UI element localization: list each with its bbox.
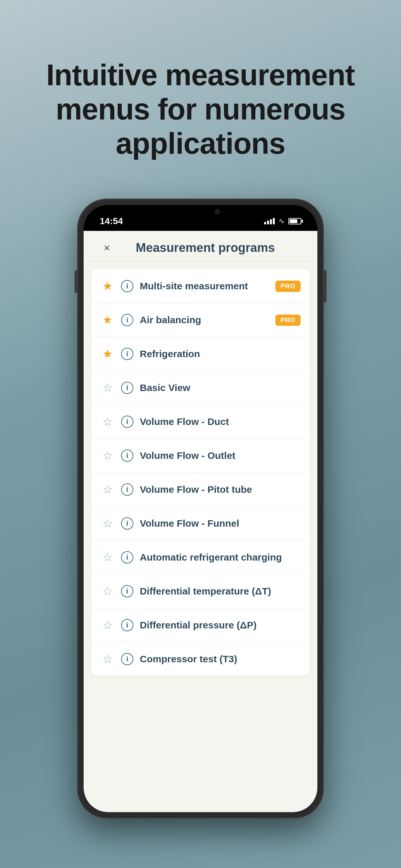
info-icon[interactable]: i [121, 280, 133, 292]
list-item[interactable]: ☆iVolume Flow - Funnel [91, 507, 310, 540]
list-item[interactable]: ★iRefrigeration [91, 337, 310, 371]
star-icon[interactable]: ☆ [100, 550, 115, 564]
star-icon[interactable]: ☆ [100, 652, 115, 666]
star-icon[interactable]: ☆ [100, 381, 115, 395]
menu-item-label: Differential temperature (ΔT) [140, 586, 301, 597]
menu-item-label: Refrigeration [140, 348, 301, 360]
info-icon[interactable]: i [121, 653, 133, 665]
menu-item-label: Air balancing [140, 314, 269, 326]
pro-badge: PRO [275, 314, 301, 326]
menu-item-label: Multi-site measurement [140, 281, 269, 291]
signal-icon [264, 218, 275, 224]
phone-outer: 14:54 ∿ × [78, 199, 323, 818]
star-icon[interactable]: ☆ [100, 448, 115, 463]
app-screen: × Measurement programs ★iMulti-site meas… [84, 231, 317, 812]
list-item[interactable]: ☆iDifferential temperature (ΔT) [91, 575, 310, 609]
info-icon[interactable]: i [121, 585, 133, 597]
star-icon[interactable]: ☆ [100, 618, 115, 632]
hero-title: Intuitive measurement menus for numerous… [26, 58, 375, 160]
menu-item-label: Volume Flow - Outlet [140, 450, 301, 461]
list-item[interactable]: ☆iDifferential pressure (ΔP) [91, 609, 310, 642]
star-icon[interactable]: ☆ [100, 584, 115, 598]
info-icon[interactable]: i [121, 619, 133, 631]
info-icon[interactable]: i [121, 517, 133, 530]
list-item[interactable]: ☆iBasic View [91, 371, 310, 405]
star-icon[interactable]: ★ [100, 279, 115, 293]
battery-icon [288, 218, 301, 224]
app-header-title: Measurement programs [124, 241, 287, 255]
info-icon[interactable]: i [121, 484, 133, 496]
info-icon[interactable]: i [121, 382, 133, 394]
star-icon[interactable]: ★ [100, 347, 115, 361]
list-item[interactable]: ☆iVolume Flow - Pitot tube [91, 473, 310, 507]
close-button[interactable]: × [100, 241, 114, 255]
menu-item-label: Basic View [140, 382, 301, 393]
phone-inner: 14:54 ∿ × [84, 205, 317, 812]
list-item[interactable]: ☆iVolume Flow - Outlet [91, 439, 310, 473]
list-item[interactable]: ★iMulti-site measurementPRO [91, 269, 310, 303]
info-icon[interactable]: i [121, 551, 133, 563]
menu-item-label: Automatic refrigerant charging [140, 552, 301, 563]
list-item[interactable]: ☆iCompressor test (T3) [91, 642, 310, 676]
notch [168, 205, 233, 219]
hero-section: Intuitive measurement menus for numerous… [0, 0, 401, 180]
star-icon[interactable]: ☆ [100, 483, 115, 497]
list-item[interactable]: ☆iAutomatic refrigerant charging [91, 540, 310, 575]
info-icon[interactable]: i [121, 348, 133, 360]
camera-icon [215, 209, 220, 214]
app-header: × Measurement programs [84, 231, 317, 261]
wifi-icon: ∿ [279, 217, 284, 225]
pro-badge: PRO [275, 281, 301, 292]
info-icon[interactable]: i [121, 450, 133, 462]
status-icons: ∿ [264, 217, 301, 225]
star-icon[interactable]: ☆ [100, 414, 115, 429]
list-item[interactable]: ★iAir balancingPRO [91, 303, 310, 337]
phone-mockup: 14:54 ∿ × [0, 199, 401, 818]
list-item[interactable]: ☆iVolume Flow - Duct [91, 405, 310, 439]
menu-item-label: Differential pressure (ΔP) [140, 620, 301, 631]
info-icon[interactable]: i [121, 314, 133, 326]
menu-item-label: Volume Flow - Duct [140, 416, 301, 427]
menu-item-label: Volume Flow - Pitot tube [140, 484, 301, 495]
status-bar: 14:54 ∿ [84, 205, 317, 231]
info-icon[interactable]: i [121, 415, 133, 428]
star-icon[interactable]: ★ [100, 313, 115, 327]
star-icon[interactable]: ☆ [100, 516, 115, 531]
menu-item-label: Compressor test (T3) [140, 654, 301, 664]
menu-list: ★iMulti-site measurementPRO★iAir balanci… [91, 269, 310, 676]
menu-item-label: Volume Flow - Funnel [140, 518, 301, 529]
status-time: 14:54 [100, 216, 123, 226]
